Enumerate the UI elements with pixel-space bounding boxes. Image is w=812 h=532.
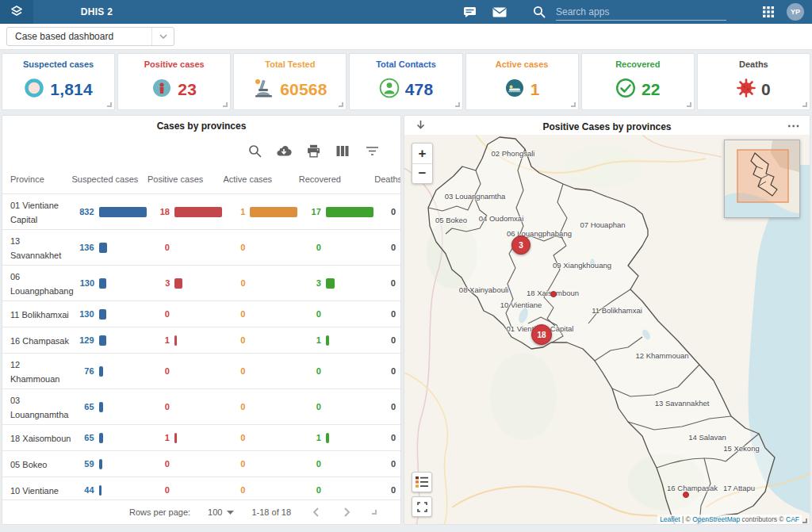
search-icon[interactable] <box>529 2 550 22</box>
leaflet-link[interactable]: Leaflet <box>660 515 680 523</box>
stat-card-value: 23 <box>178 80 197 99</box>
stat-card-suspected-cases: Suspected cases1,814 <box>2 53 115 110</box>
stat-card-total-tested: Total Tested60568 <box>233 53 347 110</box>
next-page-button[interactable] <box>340 505 354 519</box>
messages-icon[interactable] <box>459 2 480 22</box>
resize-handle[interactable] <box>107 102 112 107</box>
stat-card-label: Deaths <box>739 59 768 69</box>
case-cluster-marker[interactable]: 3 <box>511 235 530 255</box>
case-cluster-marker[interactable]: 18 <box>531 324 552 345</box>
cell-value: 65 <box>72 433 94 442</box>
rows-per-page-select[interactable]: 100 <box>208 507 234 517</box>
table-row[interactable]: 16 Champasak1291010 <box>2 327 400 353</box>
stat-card-value: 22 <box>642 80 661 99</box>
data-bar <box>174 278 182 289</box>
more-options-icon[interactable]: ⋯ <box>786 117 802 133</box>
case-point-marker[interactable] <box>550 291 557 297</box>
fullscreen-button[interactable] <box>412 496 432 517</box>
province-name: 13 Savannakhet <box>10 236 61 260</box>
data-bar <box>326 433 329 443</box>
cell-value: 76 <box>72 366 94 376</box>
cell-value: 0 <box>374 459 400 469</box>
province-name: 16 Champasak <box>10 336 69 346</box>
stat-card-value: 1 <box>530 80 540 99</box>
user-avatar[interactable]: YP <box>787 3 804 21</box>
table-row[interactable]: 12 Khammouan760000 <box>2 353 400 388</box>
cell-value: 0 <box>374 309 400 319</box>
person-teal-icon <box>151 78 172 101</box>
cell-value: 0 <box>223 402 245 411</box>
columns-icon[interactable] <box>335 143 350 159</box>
cell-value: 136 <box>72 243 94 252</box>
resize-handle[interactable] <box>687 102 691 107</box>
map-header: Positive Cases by provinces ⋯ <box>404 116 810 135</box>
minimap[interactable] <box>724 140 800 218</box>
table-row[interactable]: 01 Vientiane Capital832181170 <box>2 193 400 229</box>
leaflet-map[interactable]: 02 Phongsali03 Louangnamtha05 Bokeo04 Ou… <box>404 135 810 525</box>
dhis2-logo[interactable] <box>0 0 33 24</box>
data-bar <box>250 207 297 217</box>
resize-handle[interactable] <box>455 102 460 107</box>
column-header-suspected-cases[interactable]: Suspected cases <box>72 174 147 184</box>
resize-handle[interactable] <box>802 102 807 107</box>
data-bar <box>99 207 147 217</box>
previous-page-button[interactable] <box>308 505 323 519</box>
cell-value: 0 <box>374 433 400 442</box>
province-name: 10 Vientiane <box>10 486 59 496</box>
stat-card-label: Recovered <box>615 59 660 69</box>
legend-button[interactable] <box>412 472 432 492</box>
pagination-range: 1-18 of 18 <box>251 507 291 517</box>
resize-handle[interactable] <box>372 510 377 515</box>
ring-icon <box>24 78 44 101</box>
cell-value: 59 <box>72 459 94 469</box>
cell-value: 0 <box>299 459 321 469</box>
case-point-marker[interactable] <box>683 492 689 498</box>
cell-value: 0 <box>147 243 170 252</box>
table-row[interactable]: 18 Xaisomboun651010 <box>2 424 400 450</box>
column-header-province[interactable]: Province <box>2 174 72 184</box>
data-bar <box>326 335 329 346</box>
table-row[interactable]: 06 Louangphabang1303030 <box>2 265 400 300</box>
resize-handle[interactable] <box>223 102 228 107</box>
print-icon[interactable] <box>305 143 321 159</box>
column-header-recovered[interactable]: Recovered <box>299 174 374 184</box>
data-bar <box>326 207 373 217</box>
apps-grid-icon[interactable] <box>758 2 779 22</box>
filter-icon[interactable] <box>364 143 380 159</box>
cell-value: 1 <box>299 433 321 442</box>
osm-link[interactable]: OpenStreetMap <box>692 515 740 523</box>
resize-handle[interactable] <box>339 102 343 107</box>
table-title: Cases by provinces <box>2 116 400 132</box>
microscope-icon <box>253 78 274 101</box>
cell-value: 18 <box>147 207 170 216</box>
resize-handle[interactable] <box>571 102 576 107</box>
cell-value: 0 <box>299 485 321 495</box>
mail-icon[interactable] <box>489 2 510 22</box>
table-row[interactable]: 03 Louangnamtha650000 <box>2 388 400 424</box>
cell-value: 0 <box>374 366 400 376</box>
table-row[interactable]: 11 Bolikhamxai1300000 <box>2 300 400 327</box>
stat-card-label: Suspected cases <box>23 59 94 69</box>
column-header-active-cases[interactable]: Active cases <box>223 174 298 184</box>
download-icon[interactable] <box>276 143 292 159</box>
table-row[interactable]: 13 Savannakhet1360000 <box>2 229 400 265</box>
search-icon[interactable] <box>247 143 262 159</box>
table-row[interactable]: 05 Bokeo590000 <box>2 450 400 477</box>
resize-handle[interactable] <box>802 519 807 523</box>
app-search <box>556 3 726 21</box>
caf-link[interactable]: CAF <box>786 515 799 523</box>
table-toolbar <box>2 132 400 166</box>
province-name: 05 Bokeo <box>10 460 47 469</box>
dashboard-select[interactable]: Case based dashboard <box>6 27 174 46</box>
cell-value: 0 <box>299 243 321 252</box>
stat-card-label: Active cases <box>496 59 549 69</box>
zoom-in-button[interactable]: + <box>412 144 432 163</box>
zoom-out-button[interactable]: − <box>412 163 432 183</box>
cell-value: 0 <box>299 309 321 319</box>
table-body: 01 Vientiane Capital83218117013 Savannak… <box>2 193 400 525</box>
column-header-deaths[interactable]: Deaths <box>374 174 400 184</box>
column-header-positive-cases[interactable]: Positive cases <box>147 174 223 184</box>
download-map-icon[interactable] <box>412 117 428 133</box>
search-input[interactable] <box>556 6 726 17</box>
stat-cards-row: Suspected cases1,814Positive cases23Tota… <box>0 50 812 113</box>
